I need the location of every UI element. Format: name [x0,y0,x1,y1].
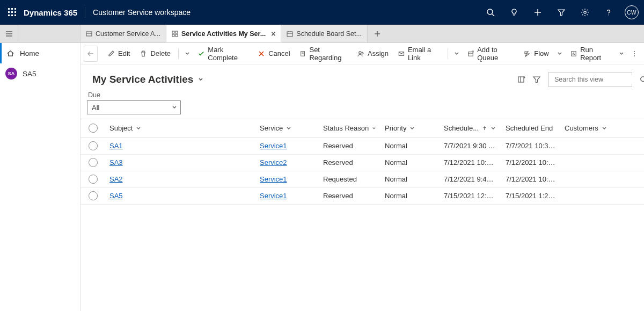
svg-rect-23 [172,34,174,37]
subject-link[interactable]: SA5 [109,192,123,200]
add-to-queue-button[interactable]: Add to Queue [463,46,518,62]
assign-button[interactable]: Assign [353,46,393,62]
table-row[interactable]: SA2Service1RequestedNormal7/12/2021 9:40… [80,171,644,187]
search-input[interactable] [553,75,640,84]
due-filter-dropdown[interactable]: All [87,100,181,114]
filter-label: Due [88,91,638,99]
overflow-button[interactable] [628,46,641,62]
sidebar-item-record[interactable]: SA SA5 [0,63,80,84]
gear-icon[interactable] [574,0,596,25]
user-avatar[interactable]: CW [625,5,639,19]
svg-rect-22 [175,31,178,33]
flow-button[interactable]: Flow [519,46,553,62]
subject-link[interactable]: SA2 [109,175,123,183]
select-all-header[interactable] [80,119,105,138]
flow-chevron[interactable] [554,46,566,62]
view-selector[interactable]: My Service Activities [92,74,204,85]
row-selector[interactable] [89,141,98,150]
close-icon[interactable]: × [271,30,275,38]
chevron-down-icon [602,126,607,131]
command-bar: Edit Delete Mark Complete Cancel Set Reg… [80,43,644,64]
window-icon [86,31,92,37]
row-selector[interactable] [89,175,98,184]
table-row[interactable]: SA3Service2ReservedNormal7/12/2021 10:00… [80,154,644,171]
edit-columns-icon[interactable] [514,72,529,87]
end-cell: 7/7/2021 10:30 AM [501,138,560,154]
mark-complete-button[interactable]: Mark Complete [194,46,252,62]
sidebar-item-home[interactable]: Home [0,43,80,63]
funnel-icon[interactable] [551,0,572,25]
subject-link[interactable]: SA1 [109,142,123,150]
plus-icon[interactable] [527,0,548,25]
col-scheduled-end[interactable]: Scheduled End [501,119,560,138]
svg-rect-36 [469,52,473,56]
svg-rect-44 [518,77,524,82]
service-link[interactable]: Service1 [260,175,287,183]
service-link[interactable]: Service2 [260,158,287,167]
svg-point-43 [634,55,635,56]
delete-split-chevron[interactable] [182,46,193,62]
filter-icon[interactable] [529,72,544,87]
col-service[interactable]: Service [255,119,319,138]
cancel-button[interactable]: Cancel [253,46,294,62]
email-link-button[interactable]: Email a Link [394,46,444,62]
tab-service-activities[interactable]: Service Activities My Ser... × [166,25,281,42]
svg-point-34 [359,51,361,53]
email-split-chevron[interactable] [451,46,463,62]
col-priority[interactable]: Priority [380,119,440,138]
view-search-box[interactable] [548,72,632,87]
dropdown-value: All [92,104,99,112]
lightbulb-icon[interactable] [503,0,525,25]
end-cell: 7/12/2021 10:10 ... [501,171,560,187]
row-selector[interactable] [89,191,98,200]
status-cell: Reserved [319,138,380,154]
search-icon[interactable] [640,76,644,83]
svg-rect-8 [14,15,16,16]
search-icon[interactable] [480,0,501,25]
back-button[interactable] [84,46,98,62]
chevron-down-icon [172,105,177,110]
brand-title[interactable]: Dynamics 365 [24,8,77,17]
set-regarding-button[interactable]: Set Regarding [296,46,352,62]
new-tab-button[interactable] [368,25,387,42]
col-scheduled-start[interactable]: Schedule... [440,119,501,138]
grid-icon [172,31,178,37]
start-cell: 7/12/2021 9:40 PM [440,171,501,187]
delete-button[interactable]: Delete [135,46,175,62]
run-report-button[interactable]: Run Report [566,46,614,62]
svg-line-10 [492,14,494,16]
record-badge: SA [5,68,17,79]
filter-row: Due All [80,90,644,119]
svg-point-9 [487,9,493,15]
service-link[interactable]: Service1 [260,192,287,200]
hamburger-icon[interactable] [0,25,18,42]
app-title[interactable]: Customer Service workspace [93,8,191,17]
svg-rect-24 [175,34,178,37]
tab-label: Customer Service A... [96,30,160,38]
sidebar-item-label: Home [20,49,39,57]
sidebar-item-label: SA5 [23,70,36,78]
svg-rect-3 [8,11,10,13]
col-customers[interactable]: Customers [560,119,644,138]
svg-rect-4 [11,11,13,13]
edit-button[interactable]: Edit [103,46,134,62]
data-grid: Subject Service Status Reason Priority S… [80,119,644,311]
run-report-chevron[interactable] [616,46,627,62]
svg-rect-7 [11,15,13,16]
tab-schedule-board[interactable]: Schedule Board Set... [281,25,368,42]
tab-customer-service[interactable]: Customer Service A... [80,25,166,42]
col-subject[interactable]: Subject [105,119,255,138]
col-status-reason[interactable]: Status Reason [319,119,380,138]
table-row[interactable]: SA1Service1ReservedNormal7/7/2021 9:30 A… [80,138,644,154]
app-launcher-icon[interactable] [8,8,17,17]
view-header: My Service Activities [80,64,644,90]
subject-link[interactable]: SA3 [109,158,123,167]
tab-label: Service Activities My Ser... [181,30,266,38]
service-link[interactable]: Service1 [260,142,287,150]
sort-asc-icon [482,126,487,131]
home-icon [6,49,14,57]
table-row[interactable]: SA5Service1ReservedNormal7/15/2021 12:59… [80,187,644,204]
tab-label: Schedule Board Set... [296,30,362,38]
row-selector[interactable] [89,158,98,167]
help-icon[interactable] [598,0,619,25]
